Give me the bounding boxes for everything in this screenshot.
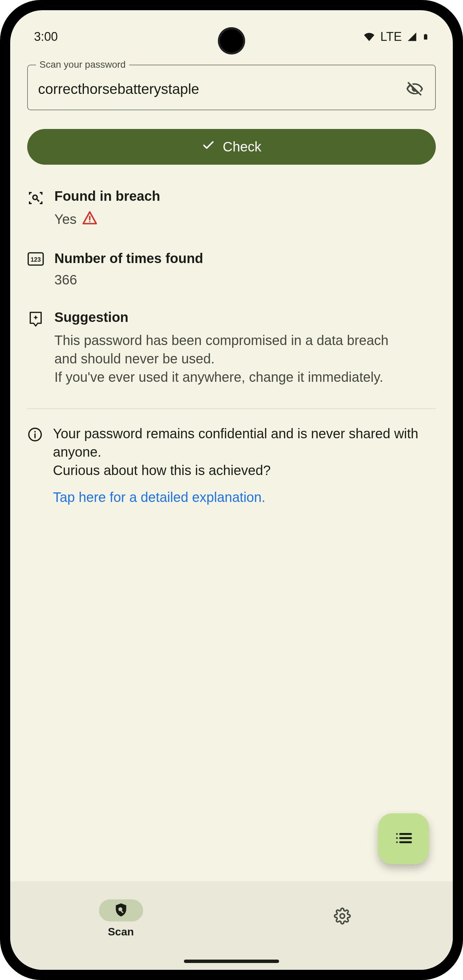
suggestion-icon <box>27 310 44 386</box>
check-icon <box>201 138 215 155</box>
svg-text:123: 123 <box>30 256 41 263</box>
info-text: Your password remains confidential and i… <box>53 424 436 479</box>
scan-icon <box>27 189 44 229</box>
number-icon: 123 <box>27 251 44 288</box>
nav-item-scan[interactable]: Scan <box>10 881 232 970</box>
bottom-nav: Scan Settings <box>10 881 453 970</box>
result-count-value: 366 <box>54 272 436 288</box>
check-button-label: Check <box>223 139 261 154</box>
password-input-container[interactable]: Scan your password <box>27 65 436 110</box>
divider <box>27 408 436 409</box>
svg-point-0 <box>33 195 37 200</box>
result-breach-title: Found in breach <box>54 189 436 204</box>
camera-cutout <box>218 27 245 54</box>
svg-point-11 <box>396 837 398 839</box>
password-input[interactable] <box>38 81 404 97</box>
info-section: Your password remains confidential and i… <box>27 424 436 505</box>
password-input-label: Scan your password <box>36 59 129 70</box>
wifi-icon <box>363 32 376 42</box>
results-section: Found in breach Yes 123 Nu <box>27 165 436 505</box>
status-time: 3:00 <box>34 30 58 44</box>
signal-icon <box>407 32 417 42</box>
svg-line-1 <box>37 199 39 202</box>
result-count: 123 Number of times found 366 <box>27 251 436 288</box>
result-count-title: Number of times found <box>54 251 436 266</box>
battery-icon <box>422 31 429 42</box>
svg-point-15 <box>118 907 122 911</box>
visibility-toggle-icon[interactable] <box>404 79 425 99</box>
fab-list-button[interactable] <box>378 813 429 864</box>
screen: 3:00 LTE Scan your password <box>10 10 453 970</box>
info-icon <box>27 424 43 442</box>
warning-icon <box>82 210 98 229</box>
info-link[interactable]: Tap here for a detailed explanation. <box>53 490 436 505</box>
svg-point-3 <box>89 221 90 223</box>
status-icons: LTE <box>363 30 429 44</box>
shield-scan-icon <box>113 902 129 919</box>
network-label: LTE <box>381 30 402 44</box>
check-button[interactable]: Check <box>27 129 436 165</box>
svg-point-8 <box>34 431 36 433</box>
svg-point-17 <box>340 914 344 918</box>
main-content: Scan your password Check <box>10 51 453 505</box>
device-frame: 3:00 LTE Scan your password <box>0 0 463 980</box>
result-suggestion-title: Suggestion <box>54 310 436 325</box>
result-suggestion: Suggestion This password has been compro… <box>27 310 436 386</box>
gesture-bar[interactable] <box>184 959 279 963</box>
svg-point-9 <box>396 833 398 835</box>
nav-scan-label: Scan <box>108 926 133 938</box>
gear-icon <box>334 907 351 926</box>
result-breach-value: Yes <box>54 212 76 227</box>
svg-point-13 <box>396 842 398 843</box>
result-breach: Found in breach Yes <box>27 189 436 229</box>
nav-item-settings[interactable]: Settings <box>232 881 453 970</box>
list-icon <box>394 828 413 850</box>
result-suggestion-body: This password has been compromised in a … <box>54 331 394 386</box>
